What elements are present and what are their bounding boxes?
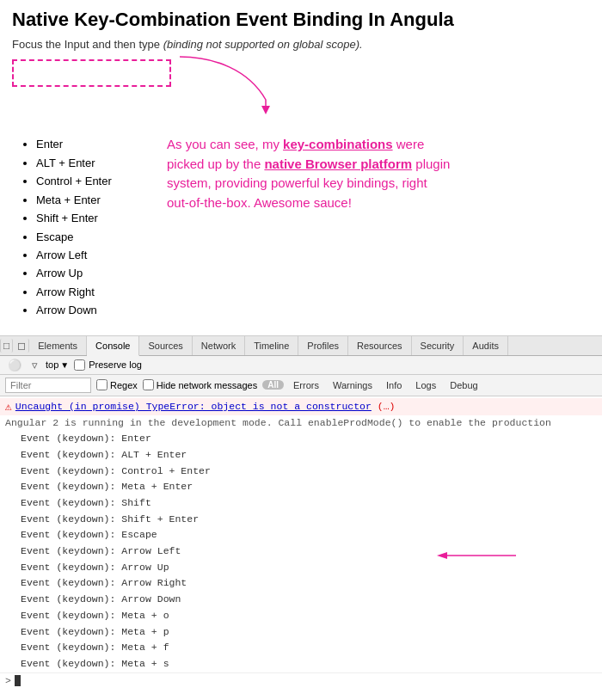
list-item: Arrow Up (36, 264, 150, 282)
hide-network-text: Hide network messages (157, 380, 257, 390)
hide-network-checkbox[interactable] (143, 379, 154, 390)
console-line: Event (keydown): Escape (0, 527, 602, 543)
level-debug[interactable]: Debug (445, 379, 482, 391)
console-cursor (15, 675, 21, 686)
all-badge[interactable]: All (262, 380, 284, 390)
preserve-log-checkbox[interactable] (74, 359, 85, 371)
list-item: ALT + Enter (36, 154, 150, 172)
top-dropdown-icon[interactable]: ▼ (60, 360, 69, 370)
console-line: Event (keydown): Arrow Right (0, 575, 602, 592)
console-line: Event (keydown): Shift (0, 495, 602, 512)
regex-text: Regex (110, 380, 138, 390)
subtitle-italic: (binding not supported on global scope). (163, 38, 363, 51)
annotation-text: As you can see, my key-combinations were… (150, 135, 451, 319)
error-link[interactable]: Uncaught (in promise) TypeError: object … (15, 401, 372, 412)
tab-sources[interactable]: Sources (139, 336, 192, 355)
devtools-tabs: □ ◻ Elements Console Sources Network Tim… (0, 336, 602, 356)
subtitle: Focus the Input and then type (binding n… (12, 38, 590, 51)
console-line: Event (keydown): Meta + f (0, 640, 602, 656)
list-item: Control + Enter (36, 172, 150, 190)
tab-elements[interactable]: Elements (29, 336, 87, 355)
preserve-log-area: Preserve log (74, 359, 142, 371)
level-info[interactable]: Info (382, 379, 406, 391)
console-line: Event (keydown): Shift + Enter (0, 512, 602, 528)
console-line-arrow-up: Event (keydown): Arrow Up (0, 560, 602, 576)
console-line: Event (keydown): Meta + s (0, 656, 602, 672)
list-item: Arrow Left (36, 246, 150, 264)
list-item: Enter (36, 135, 150, 153)
preserve-log-label[interactable]: Preserve log (89, 359, 142, 370)
top-selector[interactable]: top ▼ (46, 359, 69, 370)
filter-icon-btn[interactable]: ▿ (29, 358, 40, 372)
error-icon: ⚠ (5, 400, 12, 414)
svg-marker-0 (261, 106, 270, 114)
console-line: Angular 2 is running in the development … (0, 415, 602, 432)
regex-checkbox[interactable] (96, 379, 108, 390)
level-errors[interactable]: Errors (289, 379, 323, 391)
console-line: Event (keydown): Control + Enter (0, 464, 602, 480)
error-text: Uncaught (in promise) TypeError: object … (15, 401, 396, 412)
list-item: Escape (36, 228, 150, 246)
page-title: Native Key-Combination Event Binding In … (12, 9, 590, 31)
annotation-bold1: key-combinations (283, 137, 393, 151)
tab-network[interactable]: Network (193, 336, 245, 355)
console-line: Event (keydown): Arrow Down (0, 592, 602, 608)
annotation-plain1: As you can see, my (167, 137, 283, 151)
list-item: Shift + Enter (36, 209, 150, 227)
error-suffix: (…) (378, 401, 396, 412)
content-area: Enter ALT + Enter Control + Enter Meta +… (12, 135, 590, 319)
tab-audits[interactable]: Audits (464, 336, 508, 355)
clear-console-btn[interactable]: ⚪ (5, 358, 24, 372)
devtools-icon-bar: ⚪ ▿ top ▼ Preserve log (0, 356, 602, 375)
console-line: Event (keydown): ALT + Enter (0, 447, 602, 464)
bullet-list: Enter ALT + Enter Control + Enter Meta +… (12, 135, 150, 319)
tab-resources[interactable]: Resources (348, 336, 412, 355)
regex-label[interactable]: Regex (96, 379, 138, 390)
list-item: Arrow Down (36, 301, 150, 319)
console-area: ⚠ Uncaught (in promise) TypeError: objec… (0, 396, 602, 690)
devtools-panel: □ ◻ Elements Console Sources Network Tim… (0, 335, 602, 690)
tab-timeline[interactable]: Timeline (245, 336, 298, 355)
annotation-bold2: native Browser platform (264, 157, 412, 171)
tab-profiles[interactable]: Profiles (298, 336, 348, 355)
console-line: Event (keydown): Meta + p (0, 624, 602, 641)
mobile-icon-btn[interactable]: ◻ (15, 339, 29, 353)
tab-security[interactable]: Security (412, 336, 464, 355)
key-input[interactable] (12, 59, 171, 87)
main-content: Native Key-Combination Event Binding In … (0, 0, 602, 320)
level-logs[interactable]: Logs (411, 379, 440, 391)
console-arrow (430, 560, 533, 564)
list-item: Arrow Right (36, 283, 150, 301)
top-label: top (46, 359, 58, 370)
filter-bar: Regex Hide network messages All Errors W… (0, 375, 602, 396)
console-error-line: ⚠ Uncaught (in promise) TypeError: objec… (0, 398, 602, 415)
filter-input[interactable] (5, 378, 91, 393)
tab-console[interactable]: Console (87, 336, 139, 356)
console-prompt: > (5, 675, 11, 686)
console-line: Event (keydown): Enter (0, 431, 602, 447)
annotation-arrow (163, 52, 352, 121)
console-line: Event (keydown): Meta + o (0, 608, 602, 624)
inspect-icon-btn[interactable]: □ (0, 339, 13, 353)
hide-network-label[interactable]: Hide network messages (143, 379, 257, 390)
console-input-line: > (0, 672, 602, 688)
devtools-icon-group: □ ◻ (0, 339, 29, 353)
subtitle-text: Focus the Input and then type (12, 38, 160, 51)
console-line: Event (keydown): Meta + Enter (0, 479, 602, 495)
level-warnings[interactable]: Warnings (329, 379, 377, 391)
list-item: Meta + Enter (36, 191, 150, 209)
